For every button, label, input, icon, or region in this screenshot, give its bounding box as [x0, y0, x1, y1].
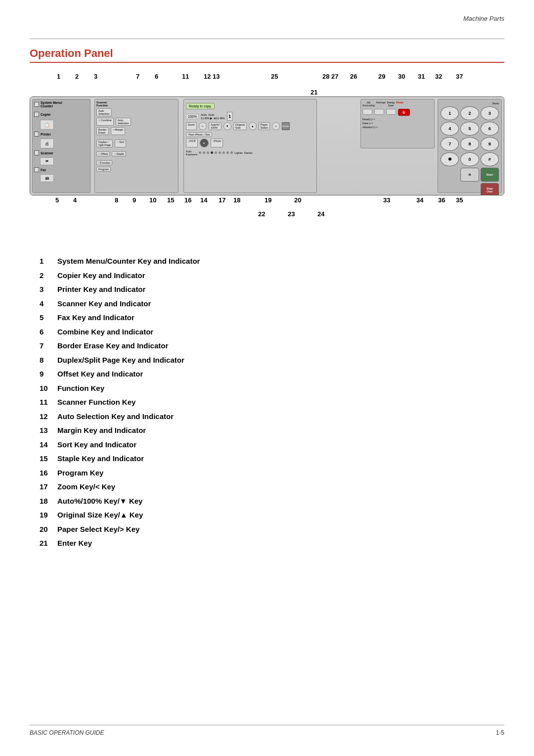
page-number: 1-5 — [496, 729, 504, 736]
one-display: 1 — [227, 112, 233, 121]
panel-mid-section: ScannerFunction AutoSelection ○ Combine … — [94, 99, 178, 193]
scanner-icon: ⇄ — [40, 157, 54, 165]
num-label-8: 8 — [115, 196, 118, 204]
dot5 — [215, 151, 217, 154]
right-arrow-btn[interactable]: > — [272, 122, 280, 130]
system-menu-box — [34, 102, 39, 107]
item-num-15: 15 — [40, 453, 57, 465]
up-arrow-btn[interactable]: ▲ — [249, 122, 257, 130]
num-label-36: 36 — [438, 196, 445, 204]
top-numbers-row: 1 2 3 7 6 11 12 13 25 28 27 26 29 30 31 … — [30, 73, 504, 89]
num-label-26: 26 — [350, 73, 357, 80]
bottom-left-label: BASIC OPERATION GUIDE — [30, 729, 104, 736]
numpad-0[interactable]: 0 — [460, 152, 479, 166]
item-num-12: 12 — [40, 411, 57, 423]
num-label-31: 31 — [418, 73, 425, 80]
numpad-phi[interactable]: Φ — [460, 168, 479, 182]
num-label-28-27: 28 27 — [322, 73, 339, 80]
fax-box — [34, 167, 39, 172]
copier-item: Copier — [34, 112, 89, 117]
printer-label: Printer — [41, 133, 51, 136]
dot9 — [230, 151, 233, 154]
num-label-37: 37 — [456, 73, 463, 80]
panel-diagram: 1 2 3 7 6 11 12 13 25 28 27 26 29 30 31 … — [30, 73, 504, 241]
energy-save-label: EnergySave — [387, 101, 395, 107]
scanner-function-label: ScannerFunction — [96, 101, 177, 107]
sort-btn: ○ Sort — [115, 140, 126, 147]
copier-box — [34, 112, 39, 117]
job-acctg-btn[interactable] — [362, 109, 372, 115]
list-item: 21 Enter Key — [40, 538, 504, 549]
item-label-12: Auto Selection Key and Indicator — [57, 411, 174, 423]
list-item: 4 Scanner Key and Indicator — [40, 298, 504, 310]
item-label-8: Duplex/Split Page Key and Indicator — [57, 355, 184, 366]
interrupt-btn[interactable] — [374, 109, 384, 115]
list-item: 3 Printer Key and Indicator — [40, 284, 504, 295]
power-btn[interactable]: ⏻ — [398, 109, 410, 116]
numpad-2[interactable]: 2 — [460, 106, 479, 120]
num-label-32: 32 — [435, 73, 442, 80]
item-label-1: System Menu/Counter Key and Indicator — [57, 256, 200, 267]
item-num-9: 9 — [40, 369, 57, 380]
num-label-25: 25 — [271, 73, 278, 80]
energy-save-btn[interactable] — [386, 109, 396, 115]
item-num-21: 21 — [40, 538, 57, 549]
item-num-2: 2 — [40, 270, 57, 282]
num-label-18: 18 — [233, 196, 240, 204]
auto-selection-btn2: AutoSelection — [116, 118, 131, 126]
dial-knob[interactable] — [200, 139, 209, 147]
dot7 — [222, 151, 225, 154]
numpad-5[interactable]: 5 — [460, 122, 479, 136]
item-num-20: 20 — [40, 524, 57, 535]
photo-btn: ○Photo — [211, 139, 223, 147]
num-label-21-top: 21 — [311, 89, 317, 96]
copier-label: Copier — [41, 113, 51, 116]
down-arrow-btn[interactable]: ▼ — [223, 122, 231, 130]
enter-btn[interactable]: Enter — [282, 122, 290, 130]
numpad-3[interactable]: 3 — [481, 106, 499, 120]
num-label-19: 19 — [265, 196, 271, 204]
item-label-20: Paper Select Key/> Key — [57, 524, 139, 535]
num-label-2: 2 — [75, 73, 79, 80]
num-label-4: 4 — [73, 196, 77, 204]
item-label-2: Copier Key and Indicator — [57, 270, 145, 282]
text-photo-btn: •Text •Photo ○Text — [186, 132, 212, 137]
staple-btn: ○ Staple — [112, 151, 126, 156]
panel-right-indicators: JobAccounting Interrupt EnergySave Power… — [360, 99, 435, 148]
item-label-15: Staple Key and Indicator — [57, 453, 144, 465]
stop-clear-btn[interactable]: Stop/Clear — [481, 183, 499, 195]
section-title: Operation Panel — [30, 47, 504, 60]
scanner-box — [34, 150, 39, 155]
scanner-item: Scanner — [34, 150, 89, 155]
auto-mode-display: Auto Auto11·B% ▶ ⊕11·B% — [201, 113, 225, 120]
list-item: 14 Sort Key and Indicator — [40, 439, 504, 451]
numpad-8[interactable]: 8 — [460, 137, 479, 151]
list-item: 9 Offset Key and Indicator — [40, 369, 504, 380]
item-label-14: Sort Key and Indicator — [57, 439, 136, 451]
numpad-7[interactable]: 7 — [441, 137, 459, 151]
num-label-33: 33 — [383, 196, 390, 204]
printer-item: Printer — [34, 132, 89, 137]
item-num-16: 16 — [40, 468, 57, 479]
left-arrow-btn[interactable]: < — [199, 122, 207, 130]
interrupt-label: Interrupt — [376, 101, 386, 107]
item-num-18: 18 — [40, 496, 57, 507]
dot1 — [199, 151, 201, 154]
list-item: 15 Staple Key and Indicator — [40, 453, 504, 465]
duplex-split-btn: Duplex /Split Page — [96, 140, 113, 147]
numpad-9[interactable]: 9 — [481, 137, 499, 151]
list-item: 11 Scanner Function Key — [40, 397, 504, 408]
original-size-key-btn: OriginalSize — [233, 122, 247, 130]
item-num-10: 10 — [40, 383, 57, 394]
numpad-hash[interactable]: # — [481, 152, 499, 166]
start-btn[interactable]: Start — [481, 168, 499, 182]
numpad-1[interactable]: 1 — [441, 106, 459, 120]
margin-btn: ○ Margin — [111, 127, 126, 135]
dot8 — [226, 151, 229, 154]
num-label-12: 12 13 — [204, 73, 220, 80]
numpad-star[interactable]: ✱ — [441, 152, 459, 166]
numpad-6[interactable]: 6 — [481, 122, 499, 136]
page-container: Machine Parts Operation Panel 1 2 3 7 6 … — [0, 0, 534, 756]
numpad-4[interactable]: 4 — [441, 122, 459, 136]
item-label-10: Function Key — [57, 383, 104, 394]
